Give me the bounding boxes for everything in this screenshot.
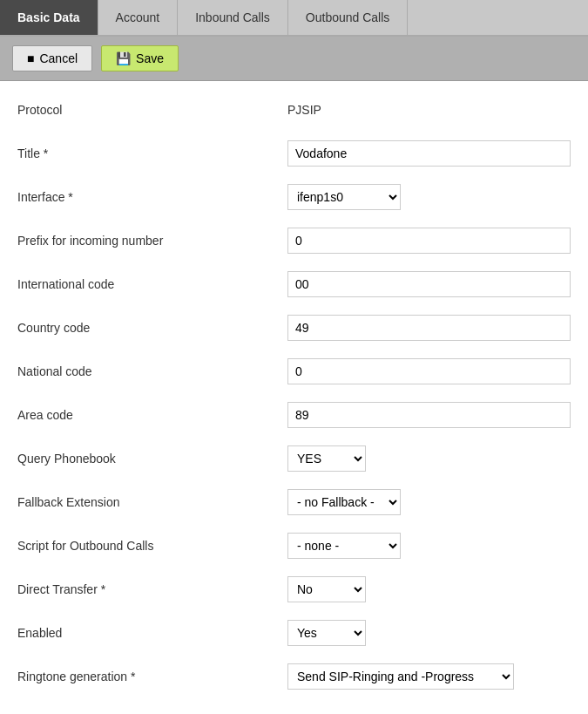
area-code-label: Area code [17,408,287,422]
script-row: Script for Outbound Calls - none - [17,531,571,561]
area-code-row: Area code [17,400,571,430]
script-label: Script for Outbound Calls [17,539,287,553]
country-code-row: Country code [17,313,571,343]
national-code-input[interactable] [287,358,571,384]
direct-transfer-label: Direct Transfer * [17,582,287,596]
tab-bar: Basic Data Account Inbound Calls Outboun… [0,0,588,37]
enabled-row: Enabled Yes No [17,618,571,648]
country-code-label: Country code [17,321,287,335]
save-label: Save [136,51,164,65]
intl-code-row: International code [17,269,571,299]
toolbar: ■ Cancel 💾 Save [0,37,588,81]
fallback-row: Fallback Extension - no Fallback - [17,487,571,517]
script-select[interactable]: - none - [287,533,401,559]
save-icon: 💾 [116,51,131,65]
ringtone-row: Ringtone generation * Send SIP-Ringing a… [17,662,571,691]
prefix-input[interactable] [287,228,571,254]
intl-code-label: International code [17,277,287,291]
tab-account[interactable]: Account [98,0,179,35]
intl-code-input[interactable] [287,271,571,297]
title-input[interactable] [287,140,571,167]
query-phonebook-select[interactable]: YES NO [287,445,366,472]
interface-label: Interface * [17,190,287,204]
ringtone-select[interactable]: Send SIP-Ringing and -Progress Send SIP-… [287,663,514,690]
title-label: Title * [17,146,287,160]
interface-row: Interface * ifenp1s0 [17,182,571,212]
query-phonebook-row: Query Phonebook YES NO [17,444,571,473]
cancel-icon: ■ [27,51,34,65]
enabled-label: Enabled [17,626,287,640]
ringtone-label: Ringtone generation * [17,670,287,683]
title-row: Title * [17,139,571,168]
interface-select[interactable]: ifenp1s0 [287,184,401,210]
area-code-input[interactable] [287,402,571,428]
fallback-label: Fallback Extension [17,495,287,509]
direct-transfer-select[interactable]: No Yes [287,576,366,602]
protocol-row: Protocol PJSIP [17,95,571,125]
direct-transfer-row: Direct Transfer * No Yes [17,575,571,604]
fallback-select[interactable]: - no Fallback - [287,489,401,515]
national-code-row: National code [17,357,571,386]
tab-outbound-calls[interactable]: Outbound Calls [288,0,409,35]
form-area: Protocol PJSIP Title * Interface * ifenp… [0,81,588,714]
save-button[interactable]: 💾 Save [101,45,179,71]
tab-inbound-calls[interactable]: Inbound Calls [178,0,288,35]
protocol-value: PJSIP [287,103,321,117]
country-code-input[interactable] [287,315,571,341]
prefix-label: Prefix for incoming number [17,234,287,248]
cancel-button[interactable]: ■ Cancel [12,45,92,71]
query-phonebook-label: Query Phonebook [17,452,287,466]
enabled-select[interactable]: Yes No [287,620,366,646]
tab-basic-data[interactable]: Basic Data [0,0,98,35]
cancel-label: Cancel [39,51,78,65]
national-code-label: National code [17,364,287,378]
protocol-label: Protocol [17,103,287,117]
prefix-row: Prefix for incoming number [17,226,571,255]
